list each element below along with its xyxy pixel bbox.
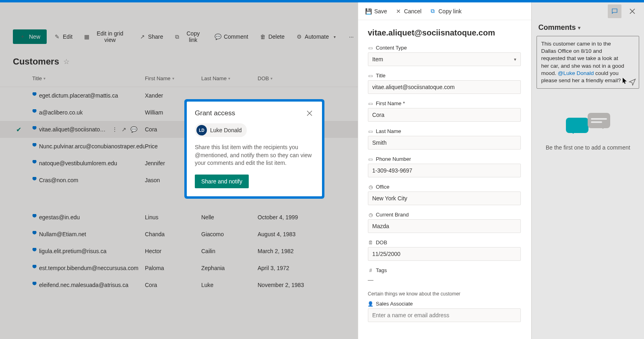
primary-label: Share and notify: [201, 178, 242, 185]
chevron-down-icon: ▾: [578, 25, 580, 31]
empty-illustration: [566, 113, 610, 137]
close-panel-button[interactable]: [625, 4, 639, 18]
field-contenttype: ▭Content Type Item▾: [368, 45, 524, 66]
comments-panel: Comments ▾ This customer came in to the …: [531, 2, 644, 339]
field-tags: #Tags —: [368, 267, 524, 285]
section-label: Certain things we know about the custome…: [368, 291, 524, 297]
mention-chip[interactable]: @Luke Donald: [558, 70, 594, 76]
details-body: vitae.aliquet@sociisnatoque.com ▭Content…: [358, 20, 532, 339]
firstname-input[interactable]: [368, 108, 521, 122]
contenttype-icon: ▭: [368, 45, 374, 51]
dialog-description: Share this list item with the recipients…: [195, 144, 314, 167]
dob-input[interactable]: [368, 247, 521, 261]
comments-empty-state: Be the first one to add a comment: [532, 89, 644, 339]
field-salesassoc: 👤Sales Associate: [368, 301, 524, 322]
text-icon: ▭: [368, 156, 374, 162]
choice-icon: ◷: [368, 184, 374, 190]
link-icon: ⧉: [429, 8, 436, 15]
lastname-input[interactable]: [368, 136, 521, 150]
person-pill[interactable]: LD Luke Donald: [195, 123, 247, 137]
person-icon: 👤: [368, 301, 374, 307]
details-title: vitae.aliquet@sociisnatoque.com: [368, 28, 524, 37]
comments-header-actions: [532, 2, 644, 20]
save-button[interactable]: 💾Save: [362, 5, 390, 18]
choice-icon: ◷: [368, 212, 374, 218]
close-icon: [630, 8, 635, 14]
cancel-button[interactable]: ✕Cancel: [392, 5, 425, 18]
text-icon: ▭: [368, 73, 374, 79]
comments-title[interactable]: Comments ▾: [532, 20, 644, 36]
dialog-title: Grant access: [195, 109, 235, 117]
dp-copylink-label: Copy link: [438, 8, 462, 15]
close-icon: ✕: [395, 8, 402, 15]
field-phone: ▭Phone Number: [368, 156, 524, 177]
phone-input[interactable]: [368, 164, 521, 177]
chevron-down-icon: ▾: [514, 57, 516, 62]
person-name: Luke Donald: [210, 127, 242, 133]
dp-copylink-button[interactable]: ⧉Copy link: [426, 5, 465, 18]
details-toolbar: 💾Save ✕Cancel ⧉Copy link: [358, 2, 532, 20]
field-firstname: ▭First Name *: [368, 100, 524, 122]
share-and-notify-button[interactable]: Share and notify: [195, 175, 249, 188]
brand-input[interactable]: [368, 219, 521, 233]
office-input[interactable]: [368, 191, 521, 205]
title-input[interactable]: [368, 80, 521, 94]
cancel-label: Cancel: [404, 8, 422, 15]
chat-icon: [611, 8, 618, 15]
tag-icon: #: [368, 268, 374, 273]
contenttype-select[interactable]: Item▾: [368, 52, 521, 66]
salesassoc-input[interactable]: [368, 308, 521, 322]
grant-access-dialog: Grant access LD Luke Donald Share this l…: [187, 102, 322, 196]
text-icon: ▭: [368, 129, 374, 134]
text-icon: ▭: [368, 101, 374, 106]
send-comment-button[interactable]: [628, 78, 636, 86]
field-lastname: ▭Last Name: [368, 128, 524, 150]
field-title: ▭Title: [368, 73, 524, 94]
close-icon: [307, 110, 312, 116]
comment-input[interactable]: This customer came in to the Dallas Offi…: [537, 36, 639, 89]
calendar-icon: 🗓: [368, 240, 374, 245]
details-panel: 💾Save ✕Cancel ⧉Copy link vitae.aliquet@s…: [358, 2, 532, 339]
avatar: LD: [196, 125, 207, 135]
field-office: ◷Office: [368, 184, 524, 205]
toggle-comments-button[interactable]: [608, 4, 621, 18]
empty-text: Be the first one to add a comment: [546, 144, 630, 151]
dialog-close-button[interactable]: [305, 109, 314, 118]
field-dob: 🗓DOB: [368, 239, 524, 261]
save-label: Save: [374, 8, 387, 15]
tags-value[interactable]: —: [368, 275, 524, 285]
send-icon: [628, 78, 636, 86]
field-brand: ◷Current Brand: [368, 212, 524, 233]
save-icon: 💾: [365, 8, 372, 15]
